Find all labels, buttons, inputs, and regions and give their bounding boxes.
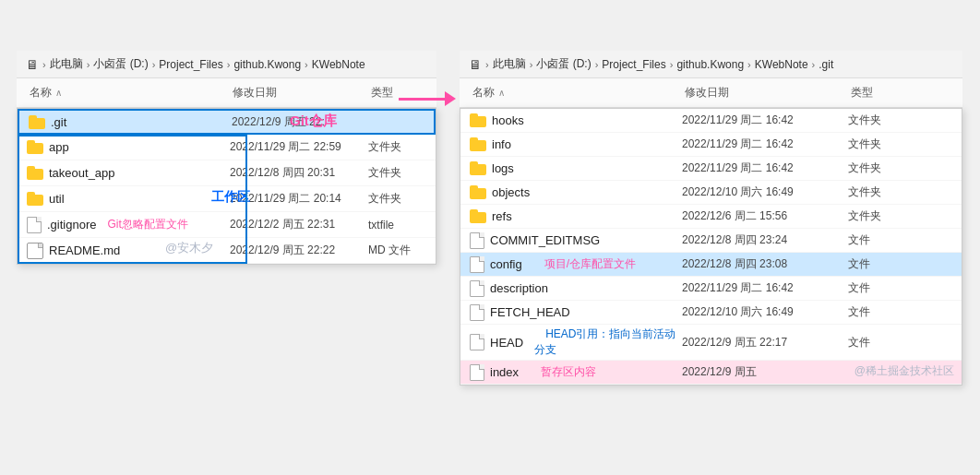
arrow-line — [399, 98, 445, 101]
folder-icon — [29, 115, 45, 129]
config-annotation: 项目/仓库配置文件 — [533, 256, 636, 272]
right-breadcrumb: 🖥 › 此电脑 › 小卤蛋 (D:) › Project_Files › git… — [460, 51, 962, 78]
table-row[interactable]: README.md 2022/12/9 周五 22:22 MD 文件 — [18, 238, 436, 264]
breadcrumb-computer: 🖥 — [26, 57, 39, 72]
table-row[interactable]: COMMIT_EDITMSG 2022/12/8 周四 23:24 文件 — [460, 229, 962, 253]
folder-icon — [470, 161, 486, 175]
file-icon — [470, 256, 484, 273]
breadcrumb-item[interactable]: Project_Files — [602, 58, 665, 71]
breadcrumb-item[interactable]: 小卤蛋 (D:) — [536, 56, 591, 72]
table-row[interactable]: .git 2022/12/9 周五 22: — [18, 109, 436, 135]
folder-icon — [470, 185, 486, 199]
git-repo-label: Git仓库 — [290, 113, 337, 130]
col-name[interactable]: 名称 ∧ — [469, 82, 681, 103]
col-name[interactable]: 名称 ∧ — [26, 82, 229, 103]
index-annotation: 暂存区内容 — [530, 364, 596, 380]
col-type[interactable]: 类型 — [847, 82, 921, 103]
file-icon — [470, 364, 484, 381]
file-icon — [470, 280, 484, 297]
file-icon — [470, 304, 484, 321]
table-row[interactable]: hooks 2022/11/29 周二 16:42 文件夹 — [460, 109, 962, 133]
table-row[interactable]: config 项目/仓库配置文件 2022/12/8 周四 23:08 文件 — [460, 253, 962, 277]
col-date[interactable]: 修改日期 — [229, 82, 367, 103]
watermark-left: @安木夕 — [165, 240, 213, 256]
watermark-right: @稀土掘金技术社区 — [855, 363, 954, 379]
right-file-list: hooks 2022/11/29 周二 16:42 文件夹 info 2022/… — [460, 108, 962, 386]
folder-icon — [470, 137, 486, 151]
table-row[interactable]: refs 2022/12/6 周二 15:56 文件夹 — [460, 205, 962, 229]
arrow-connector — [399, 91, 456, 106]
table-row[interactable]: app 2022/11/29 周二 22:59 文件夹 — [18, 135, 436, 160]
breadcrumb-item[interactable]: 此电脑 — [50, 56, 83, 72]
breadcrumb-item[interactable]: github.Kwong — [676, 58, 744, 71]
file-icon — [470, 334, 484, 350]
file-icon — [27, 217, 42, 233]
breadcrumb-item[interactable]: 小卤蛋 (D:) — [93, 56, 148, 72]
breadcrumb-item[interactable]: Project_Files — [159, 58, 222, 71]
file-icon — [470, 232, 484, 249]
right-explorer-panel: 🖥 › 此电脑 › 小卤蛋 (D:) › Project_Files › git… — [460, 51, 962, 386]
right-table-header: 名称 ∧ 修改日期 类型 — [460, 78, 962, 108]
breadcrumb-item[interactable]: github.Kwong — [233, 58, 301, 71]
folder-icon — [470, 113, 486, 127]
folder-icon — [27, 192, 43, 206]
left-table-header: 名称 ∧ 修改日期 类型 — [17, 78, 436, 108]
left-explorer-panel: 🖥 › 此电脑 › 小卤蛋 (D:) › Project_Files › git… — [17, 51, 436, 265]
breadcrumb-computer: 🖥 — [469, 57, 482, 72]
table-row[interactable]: takeout_app 2022/12/8 周四 20:31 文件夹 — [18, 160, 436, 186]
folder-icon — [470, 209, 486, 223]
table-row[interactable]: description 2022/11/29 周二 16:42 文件 — [460, 277, 962, 301]
col-date[interactable]: 修改日期 — [681, 82, 847, 103]
table-row[interactable]: info 2022/11/29 周二 16:42 文件夹 — [460, 133, 962, 157]
breadcrumb-item[interactable]: KWebNote — [312, 58, 365, 71]
folder-icon — [27, 140, 43, 154]
breadcrumb-item[interactable]: 此电脑 — [493, 56, 526, 72]
table-row[interactable]: objects 2022/12/10 周六 16:49 文件夹 — [460, 181, 962, 205]
breadcrumb-item[interactable]: .git — [819, 58, 833, 71]
work-area-label: 工作区 — [211, 189, 250, 206]
arrow-head — [445, 91, 456, 106]
left-breadcrumb: 🖥 › 此电脑 › 小卤蛋 (D:) › Project_Files › git… — [17, 51, 436, 78]
folder-icon — [27, 166, 43, 180]
readme-icon — [27, 243, 43, 259]
head-annotation: HEAD引用：指向当前活动分支 — [534, 327, 682, 358]
table-row[interactable]: HEAD HEAD引用：指向当前活动分支 2022/12/9 周五 22:17 … — [460, 325, 962, 361]
table-row[interactable]: logs 2022/11/29 周二 16:42 文件夹 — [460, 157, 962, 181]
breadcrumb-item[interactable]: KWebNote — [755, 58, 808, 71]
gitignore-annotation: Git忽略配置文件 — [107, 217, 187, 232]
table-row[interactable]: .gitignore Git忽略配置文件 2022/12/2 周五 22:31 … — [18, 212, 436, 238]
table-row[interactable]: util 2022/11/29 周二 20:14 文件夹 工作区 — [18, 186, 436, 212]
table-row[interactable]: FETCH_HEAD 2022/12/10 周六 16:49 文件 — [460, 301, 962, 325]
